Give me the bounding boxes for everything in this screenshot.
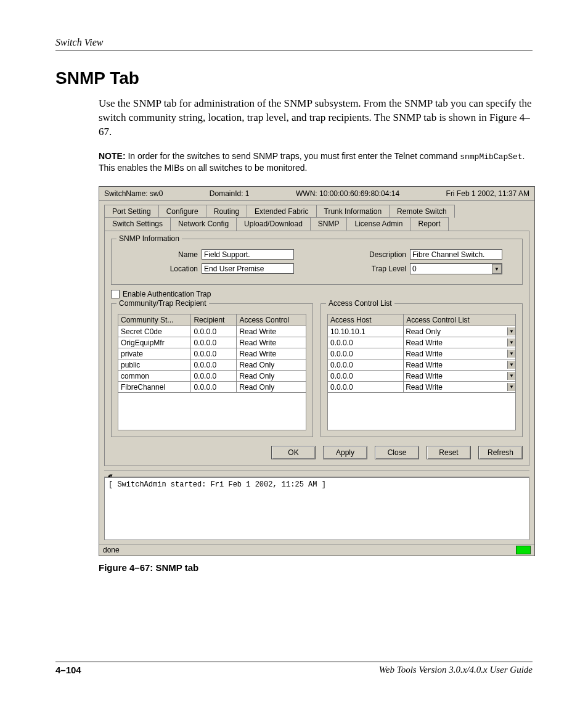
table-cell: OrigEquipMfr — [118, 337, 191, 348]
tab-switch-settings[interactable]: Switch Settings — [104, 217, 171, 231]
table-cell: Read Only — [237, 371, 306, 382]
table-cell: 0.0.0.0 — [191, 337, 237, 348]
info-bar: SwitchName: sw0 DomainId: 1 WWN: 10:00:0… — [99, 187, 534, 201]
snmp-info-legend: SNMP Information — [116, 234, 182, 243]
note-code: snmpMibCapSet — [460, 152, 522, 162]
table-cell: Read Write — [237, 337, 306, 348]
splitter-bar[interactable]: ▴▾ — [104, 470, 529, 477]
table-cell: public — [118, 359, 191, 371]
acl-permission-value: Read Write — [406, 383, 443, 392]
table-cell: FibreChannel — [118, 382, 191, 393]
intro-paragraph: Use the SNMP tab for administration of t… — [55, 97, 533, 139]
tab-license-admin[interactable]: License Admin — [346, 217, 410, 231]
trap-level-dropdown[interactable]: 0 ▼ — [410, 263, 502, 274]
table-cell: Read Only — [237, 382, 306, 393]
location-input[interactable] — [202, 263, 294, 274]
column-header[interactable]: Access Control — [237, 314, 306, 326]
tab-report[interactable]: Report — [410, 217, 449, 231]
acl-permission-cell[interactable]: Read Only▼ — [404, 326, 516, 337]
page-footer: 4–104 Web Tools Version 3.0.x/4.0.x User… — [55, 662, 533, 675]
table-cell: Read Only — [237, 359, 306, 371]
table-row[interactable]: Secret C0de0.0.0.0Read Write — [118, 326, 306, 337]
tab-trunk-information[interactable]: Trunk Information — [316, 205, 390, 218]
auth-trap-row[interactable]: Enable Authentication Trap — [111, 290, 523, 298]
header-rule — [55, 51, 533, 51]
ok-button[interactable]: OK — [271, 446, 316, 459]
acl-group: Access Control List Access HostAccess Co… — [321, 303, 523, 437]
tab-extended-fabric[interactable]: Extended Fabric — [247, 205, 316, 218]
footer-page-number: 4–104 — [55, 665, 81, 675]
community-table: Community St...RecipientAccess Control S… — [118, 314, 306, 393]
info-time: Fri Feb 1 2002, 11:37 AM — [446, 189, 529, 198]
table-cell: Read Write — [237, 348, 306, 359]
table-cell: 0.0.0.0 — [328, 337, 404, 348]
table-row[interactable]: 0.0.0.0Read Write▼ — [328, 371, 516, 382]
apply-button[interactable]: Apply — [323, 446, 367, 459]
snmp-info-group: SNMP Information Name Location — [111, 239, 523, 285]
table-cell: 10.10.10.1 — [328, 326, 404, 337]
trap-level-label: Trap Level — [326, 265, 410, 273]
tab-routing[interactable]: Routing — [206, 205, 247, 218]
column-header[interactable]: Community St... — [118, 314, 191, 326]
running-header: Switch View — [55, 37, 533, 48]
table-cell: 0.0.0.0 — [191, 348, 237, 359]
table-row[interactable]: FibreChannel0.0.0.0Read Only — [118, 382, 306, 393]
column-header[interactable]: Access Control List — [404, 314, 516, 326]
table-row[interactable]: 0.0.0.0Read Write▼ — [328, 337, 516, 348]
reset-button[interactable]: Reset — [427, 446, 471, 459]
table-cell: 0.0.0.0 — [328, 359, 404, 371]
table-cell: 0.0.0.0 — [328, 382, 404, 393]
table-row[interactable]: private0.0.0.0Read Write — [118, 348, 306, 359]
table-row[interactable]: common0.0.0.0Read Only — [118, 371, 306, 382]
table-row[interactable]: 0.0.0.0Read Write▼ — [328, 348, 516, 359]
column-header[interactable]: Recipient — [191, 314, 237, 326]
acl-permission-cell[interactable]: Read Write▼ — [404, 348, 516, 359]
table-row[interactable]: 10.10.10.1Read Only▼ — [328, 326, 516, 337]
tab-strip: Port SettingConfigureRoutingExtended Fab… — [99, 201, 534, 231]
community-trap-group: Community/Trap Recipient Community St...… — [111, 303, 313, 437]
column-header[interactable]: Access Host — [328, 314, 404, 326]
acl-permission-value: Read Write — [406, 361, 443, 369]
description-input[interactable] — [410, 249, 502, 260]
footer-doc-title: Web Tools Version 3.0.x/4.0.x User Guide — [379, 665, 533, 675]
name-input[interactable] — [202, 249, 294, 260]
tab-panel: SNMP Information Name Location — [104, 231, 529, 466]
grip-icon: ▴▾ — [108, 472, 112, 478]
tab-network-config[interactable]: Network Config — [170, 217, 237, 231]
tab-remote-switch[interactable]: Remote Switch — [389, 205, 455, 218]
table-row[interactable]: public0.0.0.0Read Only — [118, 359, 306, 371]
table-row[interactable]: 0.0.0.0Read Write▼ — [328, 382, 516, 393]
name-label: Name — [118, 250, 202, 259]
chevron-down-icon: ▼ — [507, 372, 515, 380]
acl-permission-cell[interactable]: Read Write▼ — [404, 337, 516, 348]
acl-permission-cell[interactable]: Read Write▼ — [404, 371, 516, 382]
info-switchname: SwitchName: sw0 — [104, 189, 163, 198]
table-cell: Read Write — [237, 326, 306, 337]
auth-trap-label: Enable Authentication Trap — [123, 290, 211, 298]
table-row[interactable]: OrigEquipMfr0.0.0.0Read Write — [118, 337, 306, 348]
close-button[interactable]: Close — [375, 446, 419, 459]
note-text-1: In order for the switches to send SNMP t… — [128, 151, 460, 161]
tab-snmp[interactable]: SNMP — [310, 217, 348, 231]
auth-trap-checkbox[interactable] — [111, 290, 120, 298]
status-led-icon — [516, 546, 531, 554]
table-row[interactable]: 0.0.0.0Read Write▼ — [328, 359, 516, 371]
table-cell: 0.0.0.0 — [191, 359, 237, 371]
acl-permission-cell[interactable]: Read Write▼ — [404, 382, 516, 393]
note-label: NOTE: — [99, 151, 126, 161]
tab-port-setting[interactable]: Port Setting — [104, 205, 159, 218]
refresh-button[interactable]: Refresh — [478, 446, 523, 459]
chevron-down-icon: ▼ — [507, 350, 515, 358]
info-domain: DomainId: 1 — [210, 189, 250, 198]
acl-permission-value: Read Write — [406, 372, 443, 380]
chevron-down-icon: ▼ — [507, 339, 515, 347]
acl-permission-value: Read Only — [406, 327, 441, 336]
button-row: OKApplyCloseResetRefresh — [111, 446, 523, 459]
note-block: NOTE: In order for the switches to send … — [55, 150, 533, 174]
tab-configure[interactable]: Configure — [158, 205, 206, 218]
acl-permission-cell[interactable]: Read Write▼ — [404, 359, 516, 371]
table-cell: common — [118, 371, 191, 382]
screenshot-window: SwitchName: sw0 DomainId: 1 WWN: 10:00:0… — [99, 186, 535, 556]
tab-upload-download[interactable]: Upload/Download — [236, 217, 311, 231]
acl-table: Access HostAccess Control List 10.10.10.… — [327, 314, 516, 393]
